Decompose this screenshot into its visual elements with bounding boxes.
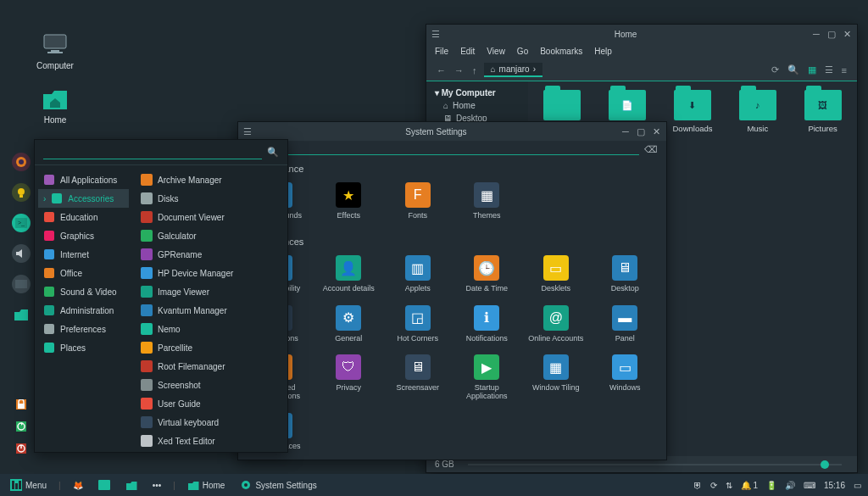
tray-shield-icon[interactable]: ⛨ <box>693 481 702 490</box>
zoom-slider[interactable] <box>821 460 829 469</box>
settings-tile[interactable]: 🛡Privacy <box>314 351 384 404</box>
view-compact-icon[interactable]: ≡ <box>840 65 849 75</box>
settings-tile[interactable]: ◲Hot Corners <box>383 302 453 346</box>
settings-tile[interactable]: ▥Applets <box>383 252 453 296</box>
settings-tile[interactable]: ▭Desklets <box>521 252 591 296</box>
dock-terminal-icon[interactable]: >_ <box>12 214 31 232</box>
fm-menu-file[interactable]: File <box>435 47 448 56</box>
settings-tile[interactable]: ℹNotifications <box>453 302 522 346</box>
search-icon[interactable]: 🔍 <box>786 64 801 75</box>
clear-icon[interactable]: ⌫ <box>644 144 658 155</box>
fm-sidebar-header[interactable]: ▾ My Computer <box>430 86 525 99</box>
task-settings[interactable]: System Settings <box>236 477 320 493</box>
settings-tile[interactable]: ★Effects <box>314 179 384 223</box>
settings-titlebar[interactable]: ☰ System Settings ─ ▢ ✕ <box>238 122 666 141</box>
settings-tile[interactable]: FFonts <box>383 179 453 223</box>
folder-music[interactable]: ♪Music <box>726 90 788 133</box>
dock-files-icon[interactable] <box>12 305 31 324</box>
dock-restart-icon[interactable] <box>16 421 26 432</box>
dock-power-icon[interactable] <box>16 443 26 454</box>
settings-tile[interactable]: ⚙General <box>314 302 384 346</box>
menu-app-item[interactable]: Xed Text Editor <box>136 432 284 450</box>
settings-tile[interactable]: ▭Windows <box>591 351 660 404</box>
menu-app-item[interactable]: Archive Manager <box>136 170 284 189</box>
menu-search-input[interactable] <box>43 145 262 159</box>
menu-app-item[interactable]: Root Filemanager <box>136 357 284 376</box>
nav-forward-icon[interactable]: → <box>453 65 465 75</box>
menu-app-item[interactable]: GPRename <box>136 245 284 264</box>
panel-more-icon[interactable]: ••• <box>149 479 165 492</box>
hamburger-icon[interactable]: ☰ <box>243 126 252 137</box>
tray-battery-icon[interactable]: 🔋 <box>766 481 776 490</box>
fm-menu-bookmarks[interactable]: Bookmarks <box>540 47 582 56</box>
settings-tile[interactable]: 👤Account details <box>314 252 384 296</box>
settings-tile[interactable]: 🕒Date & Time <box>453 252 522 296</box>
nav-back-icon[interactable]: ← <box>435 65 448 75</box>
settings-tile[interactable]: @Online Accounts <box>521 302 591 346</box>
fm-sidebar-item[interactable]: ⌂Home <box>430 99 525 112</box>
menu-app-item[interactable]: Nemo <box>136 320 284 338</box>
breadcrumb[interactable]: ⌂ manjaro › <box>484 63 543 77</box>
maximize-button[interactable]: ▢ <box>636 126 646 137</box>
settings-tile[interactable]: ▬Panel <box>591 302 660 346</box>
nav-up-icon[interactable]: ↑ <box>470 65 479 75</box>
settings-search-input[interactable] <box>264 144 639 155</box>
panel-firefox-icon[interactable]: 🦊 <box>70 479 86 492</box>
fm-menu-edit[interactable]: Edit <box>460 47 475 56</box>
menu-category[interactable]: Education <box>38 208 129 226</box>
menu-app-item[interactable]: Document Viewer <box>136 208 284 226</box>
view-icons-icon[interactable]: ▦ <box>806 64 818 75</box>
task-home[interactable]: Home <box>184 479 229 492</box>
fm-menu-help[interactable]: Help <box>594 47 612 56</box>
menu-category[interactable]: Preferences <box>38 320 129 338</box>
close-button[interactable]: ✕ <box>651 126 661 137</box>
menu-category[interactable]: All Applications <box>38 170 129 189</box>
maximize-button[interactable]: ▢ <box>826 29 837 39</box>
panel-terminal-icon[interactable] <box>95 478 114 492</box>
fm-menu-go[interactable]: Go <box>517 47 528 56</box>
menu-app-item[interactable]: Screenshot <box>136 376 284 394</box>
menu-category[interactable]: Administration <box>38 301 129 320</box>
close-button[interactable]: ✕ <box>842 29 852 39</box>
settings-tile[interactable]: ▦Themes <box>453 179 522 223</box>
dock-lock-icon[interactable] <box>16 399 26 410</box>
menu-app-item[interactable]: Image Viewer <box>136 282 284 301</box>
fm-titlebar[interactable]: ☰ Home ─ ▢ ✕ <box>426 25 857 43</box>
menu-app-item[interactable]: User Guide <box>136 394 284 413</box>
refresh-icon[interactable]: ⟳ <box>770 64 781 75</box>
search-icon[interactable]: 🔍 <box>267 147 279 158</box>
menu-app-item[interactable]: Kvantum Manager <box>136 301 284 320</box>
dock-app-icon[interactable] <box>12 275 31 293</box>
menu-category[interactable]: Office <box>38 264 129 282</box>
settings-tile[interactable]: 🖥Desktop <box>591 252 660 296</box>
tray-updates-icon[interactable]: ⟳ <box>710 481 717 490</box>
folder-pictures[interactable]: 🖼Pictures <box>792 90 854 133</box>
settings-tile[interactable]: ▦Window Tiling <box>521 351 591 404</box>
panel-files-icon[interactable] <box>122 479 141 492</box>
menu-category[interactable]: Sound & Video <box>38 282 129 301</box>
view-list-icon[interactable]: ☰ <box>823 64 835 75</box>
dock-volume-icon[interactable] <box>12 244 31 263</box>
tray-keyboard-icon[interactable]: ⌨ <box>804 481 815 490</box>
menu-app-item[interactable]: Disks <box>136 189 284 208</box>
settings-tile[interactable]: ▶Startup Applications <box>453 351 522 404</box>
hamburger-icon[interactable]: ☰ <box>431 29 440 40</box>
menu-category[interactable]: Graphics <box>38 226 129 245</box>
menu-button[interactable]: Menu <box>7 477 50 493</box>
menu-app-item[interactable]: HP Device Manager <box>136 264 284 282</box>
tray-notification-icon[interactable]: 🔔 1 <box>741 481 758 490</box>
folder-downloads[interactable]: ⬇Downloads <box>662 90 724 133</box>
fm-menu-view[interactable]: View <box>487 47 505 56</box>
menu-category[interactable]: Places <box>38 338 129 357</box>
minimize-button[interactable]: ─ <box>620 126 631 137</box>
tray-clock[interactable]: 15:16 <box>824 481 845 490</box>
settings-tile[interactable]: 🖥Screensaver <box>383 351 453 404</box>
menu-category[interactable]: ›Accessories <box>38 189 129 208</box>
desktop-icon-home[interactable]: Home <box>34 85 76 125</box>
menu-app-item[interactable]: Parcellite <box>136 338 284 357</box>
desktop-icon-computer[interactable]: Computer <box>34 31 76 70</box>
dock-bulb-icon[interactable] <box>12 183 31 202</box>
tray-network-icon[interactable]: ⇅ <box>726 481 732 490</box>
menu-app-item[interactable]: Galculator <box>136 226 284 245</box>
dock-firefox-icon[interactable] <box>12 153 31 171</box>
